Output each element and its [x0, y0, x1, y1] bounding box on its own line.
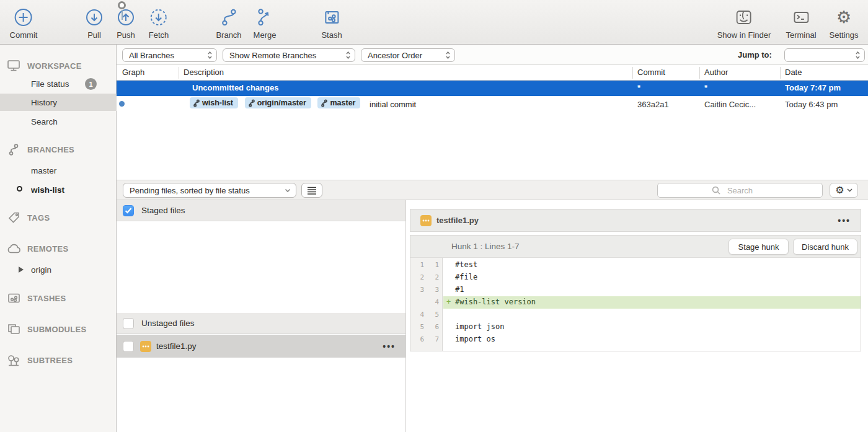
stashes-icon: [6, 293, 21, 304]
sidebar-item-search[interactable]: Search: [0, 113, 117, 130]
diff-line: 3 3 #1: [410, 284, 861, 296]
hunk-title: Hunk 1 : Lines 1-7: [451, 242, 520, 251]
unstaged-checkbox[interactable]: [123, 318, 134, 329]
file-row-testfile1[interactable]: testfile1.py •••: [117, 335, 405, 358]
history-row-commit[interactable]: wish-list origin/master master initial c…: [117, 96, 868, 112]
discard-hunk-button[interactable]: Discard hunk: [793, 239, 857, 255]
sidebar-section-workspace: WORKSPACE: [0, 57, 117, 74]
settings-button[interactable]: ⚙ Settings: [830, 5, 859, 40]
file-staging-pane: Staged files Unstaged files testfile1.py…: [117, 200, 406, 432]
branch-icon: [321, 99, 327, 107]
diff-line-added: 4 + #wish-list version: [410, 296, 861, 309]
diff-file-header: testfile1.py •••: [410, 209, 861, 232]
sidebar-item-history[interactable]: History: [0, 94, 117, 111]
row-author: *: [704, 83, 707, 92]
commit-button[interactable]: Commit: [10, 5, 38, 40]
main-toolbar: Commit Pull Push Fetch Branch Merge: [0, 0, 868, 45]
diff-line: 2 2 #file: [410, 271, 861, 284]
push-icon: [116, 5, 136, 30]
order-filter-dropdown[interactable]: Ancestor Order: [361, 48, 455, 62]
sidebar-section-subtrees[interactable]: SUBTREES: [0, 351, 117, 369]
merge-icon: [254, 5, 277, 30]
chevron-down-icon: [847, 188, 852, 192]
branch-badge-origin-master: origin/master: [245, 97, 311, 108]
hunk-header: Hunk 1 : Lines 1-7 Stage hunk Discard hu…: [410, 236, 861, 258]
sidebar: WORKSPACE File status 1 History Search B…: [0, 45, 117, 432]
show-in-finder-button[interactable]: Show in Finder: [717, 5, 771, 40]
history-column-headers: Graph Description Commit Author Date: [117, 65, 868, 81]
sidebar-section-tags[interactable]: TAGS: [0, 209, 117, 226]
column-description[interactable]: Description: [184, 68, 224, 77]
pull-button[interactable]: Pull: [84, 5, 104, 40]
pending-files-sort-dropdown[interactable]: Pending files, sorted by file status: [123, 183, 296, 198]
column-author[interactable]: Author: [704, 68, 728, 77]
pull-icon: [84, 5, 104, 30]
diff-hunk: Hunk 1 : Lines 1-7 Stage hunk Discard hu…: [410, 235, 861, 351]
commit-icon: [10, 5, 38, 30]
diff-line: 6 7 import os: [410, 333, 861, 346]
gear-icon: ⚙: [835, 185, 844, 195]
sidebar-item-wish-list[interactable]: wish-list: [0, 181, 117, 198]
search-input[interactable]: [657, 183, 823, 198]
file-actions-menu[interactable]: •••: [383, 342, 396, 351]
row-commit: *: [637, 83, 640, 92]
file-checkbox[interactable]: [123, 341, 134, 352]
list-view-icon: [307, 186, 317, 195]
check-icon: [125, 208, 132, 214]
sidebar-item-origin[interactable]: origin: [0, 261, 117, 278]
branch-icon: [193, 99, 200, 107]
stash-button[interactable]: Stash: [321, 5, 342, 40]
merge-button[interactable]: Merge: [254, 5, 277, 40]
modified-file-icon: [420, 215, 432, 226]
diff-line: 5 6 import json: [410, 321, 861, 333]
fetch-button[interactable]: Fetch: [149, 5, 169, 40]
sidebar-section-submodules[interactable]: SUBMODULES: [0, 320, 117, 338]
staging-toolbar: Pending files, sorted by file status ⚙: [117, 180, 868, 200]
remote-filter-dropdown[interactable]: Show Remote Branches: [223, 48, 355, 62]
diff-actions-menu[interactable]: •••: [838, 216, 851, 226]
unstaged-files-header: Unstaged files: [117, 313, 405, 334]
sidebar-section-stashes[interactable]: STASHES: [0, 289, 117, 307]
file-name: testfile1.py: [156, 342, 383, 351]
staged-checkbox[interactable]: [123, 205, 134, 216]
row-description: Uncommitted changes: [192, 83, 278, 92]
branches-icon: [6, 143, 21, 156]
diff-line: 4 5: [410, 309, 861, 321]
history-filter-bar: All Branches Show Remote Branches Ancest…: [117, 45, 868, 65]
file-search-field[interactable]: [657, 183, 823, 198]
finder-icon: [717, 5, 771, 30]
jump-to-combobox[interactable]: [784, 48, 865, 62]
row-date: Today 7:47 pm: [785, 83, 841, 92]
current-branch-icon: [17, 186, 22, 192]
chevron-down-icon: [285, 188, 291, 193]
row-author: Caitlin Cecic...: [704, 100, 756, 109]
branch-filter-dropdown[interactable]: All Branches: [122, 48, 217, 62]
branch-icon: [216, 5, 241, 30]
gear-icon: ⚙: [830, 5, 859, 30]
tags-icon: [6, 211, 21, 224]
push-button[interactable]: Push: [116, 5, 136, 40]
terminal-button[interactable]: Terminal: [786, 5, 816, 40]
column-commit[interactable]: Commit: [637, 68, 665, 77]
list-view-button[interactable]: [301, 183, 322, 198]
branch-button[interactable]: Branch: [216, 5, 241, 40]
stash-icon: [321, 5, 342, 30]
stepper-icon: [445, 51, 451, 60]
expand-triangle-icon[interactable]: [19, 267, 24, 273]
history-row-uncommitted[interactable]: Uncommitted changes * * Today 7:47 pm: [117, 81, 868, 96]
terminal-icon: [786, 5, 816, 30]
column-date[interactable]: Date: [785, 68, 802, 77]
stepper-icon: [207, 51, 213, 60]
stage-hunk-button[interactable]: Stage hunk: [728, 239, 789, 255]
sidebar-item-master[interactable]: master: [0, 162, 117, 179]
graph-uncommitted-node: [118, 1, 126, 9]
column-graph[interactable]: Graph: [122, 68, 144, 77]
row-commit: 363a2a1: [637, 100, 669, 109]
sidebar-item-file-status[interactable]: File status 1: [0, 75, 117, 92]
row-description: initial commit: [370, 100, 416, 109]
subtrees-icon: [6, 354, 21, 367]
added-line-marker: +: [446, 298, 451, 306]
branch-badge-master: master: [317, 97, 360, 108]
view-options-button[interactable]: ⚙: [830, 183, 858, 198]
sidebar-section-remotes[interactable]: REMOTES: [0, 240, 117, 257]
